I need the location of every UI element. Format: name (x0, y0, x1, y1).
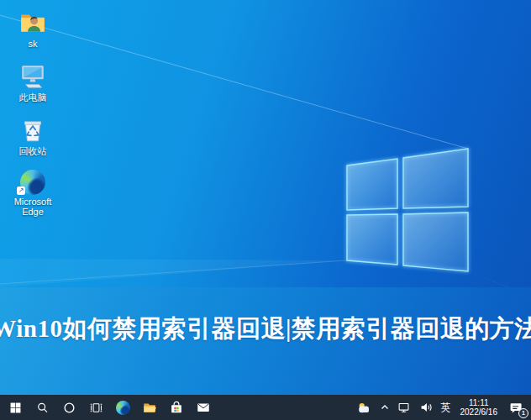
file-explorer-icon (142, 400, 157, 415)
desktop-wallpaper: sk 此电脑 (0, 0, 531, 287)
recycle-bin-icon (18, 116, 47, 144)
search-button[interactable] (29, 395, 55, 420)
desktop-icon-sk[interactable]: sk (5, 8, 60, 52)
desktop-icon-edge[interactable]: ↗ Microsoft Edge (5, 170, 60, 213)
shortcut-arrow-icon: ↗ (17, 186, 25, 195)
banner-title-text: Win10如何禁用索引器回退|禁用索引器回退的方法 (0, 312, 531, 346)
system-tray: 英 11:11 2022/6/16 1 (353, 395, 531, 420)
user-folder-icon (18, 8, 47, 37)
taskbar-left-buttons (0, 395, 217, 420)
start-button[interactable] (2, 395, 29, 420)
mail-icon (196, 400, 211, 415)
cortana-button[interactable] (55, 395, 82, 420)
windows-logo (347, 149, 468, 271)
file-explorer-button[interactable] (136, 395, 163, 420)
desktop-icon-label: Microsoft Edge (5, 197, 60, 217)
start-icon (8, 401, 23, 415)
desktop-icon-this-pc[interactable]: 此电脑 (5, 62, 60, 106)
mail-button[interactable] (190, 395, 217, 420)
windows-logo-wallpaper (0, 0, 531, 287)
desktop-icon-label: 此电脑 (19, 92, 47, 102)
desktop-icon-label: sk (29, 39, 38, 49)
chevron-up-icon (380, 402, 390, 412)
weather-cloud-icon (355, 398, 373, 417)
volume-icon (418, 400, 434, 415)
this-pc-icon (18, 62, 47, 91)
taskbar: 英 11:11 2022/6/16 1 (0, 395, 531, 420)
clock[interactable]: 11:11 2022/6/16 (457, 395, 502, 420)
network-button[interactable] (395, 395, 413, 420)
tray-expand-button[interactable] (378, 395, 392, 420)
clock-date: 2022/6/16 (460, 407, 498, 417)
desktop-icon-label: 回收站 (19, 146, 47, 156)
notification-count-badge: 1 (518, 408, 528, 418)
desktop-icon-column: sk 此电脑 (5, 8, 60, 223)
search-icon (35, 401, 50, 415)
ime-language-button[interactable]: 英 (439, 395, 454, 420)
task-view-button[interactable] (82, 395, 109, 420)
edge-icon (116, 401, 130, 415)
weather-button[interactable] (353, 395, 375, 420)
desktop-icon-recycle-bin[interactable]: 回收站 (5, 116, 60, 160)
clock-time: 11:11 (469, 398, 489, 408)
edge-taskbar-button[interactable] (109, 395, 136, 420)
task-view-icon (89, 401, 103, 415)
store-button[interactable] (163, 395, 190, 420)
notification-center-button[interactable]: 1 (504, 395, 528, 420)
store-icon (169, 400, 184, 415)
windows-desktop-screen: sk 此电脑 (0, 0, 531, 420)
volume-button[interactable] (417, 395, 435, 420)
edge-icon: ↗ (18, 170, 47, 195)
article-title-banner: Win10如何禁用索引器回退|禁用索引器回退的方法 (0, 287, 531, 395)
network-icon (397, 400, 412, 415)
cortana-icon (62, 401, 76, 415)
